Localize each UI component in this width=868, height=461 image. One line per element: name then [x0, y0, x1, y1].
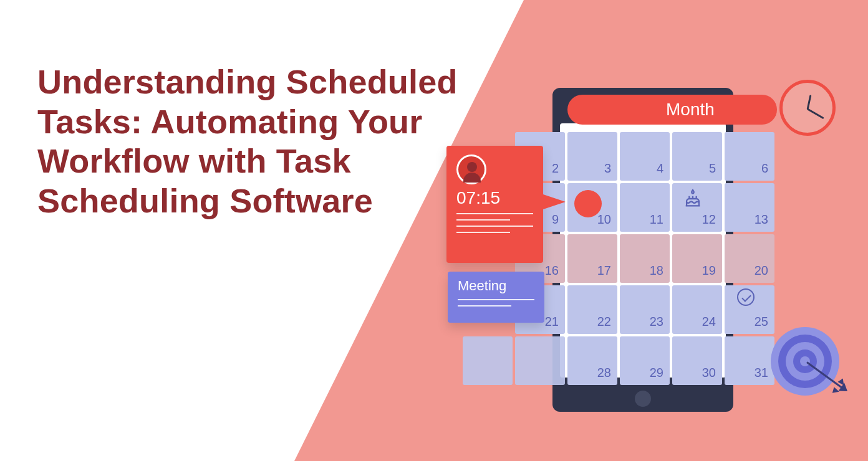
calendar-cell: 13: [725, 183, 774, 232]
calendar-cell: [463, 336, 513, 385]
check-icon: [737, 288, 755, 306]
tablet-home-button: [635, 391, 651, 407]
calendar-cell: 11: [620, 183, 670, 232]
text-line-placeholder: [458, 305, 511, 307]
text-line-placeholder: [456, 213, 533, 214]
calendar-cell: 4: [620, 132, 670, 181]
event-card: 07:15: [446, 146, 543, 263]
target-icon: [771, 327, 839, 396]
avatar-icon: [456, 154, 486, 184]
text-line-placeholder: [456, 232, 510, 233]
text-line-placeholder: [456, 219, 510, 221]
calendar-cell: 6: [725, 132, 774, 181]
meeting-label: Meeting: [458, 278, 534, 294]
calendar-cell: 29: [620, 336, 670, 385]
speech-pointer: [543, 194, 566, 209]
calendar-cell: 5: [672, 132, 722, 181]
text-line-placeholder: [456, 226, 533, 227]
calendar-cell: 18: [620, 234, 670, 283]
event-time: 07:15: [456, 188, 533, 208]
calendar-cell: 30: [672, 336, 722, 385]
calendar-cell: 22: [567, 285, 617, 334]
calendar-cell: 31: [725, 336, 774, 385]
calendar-cell: [515, 336, 565, 385]
calendar-cell: 28: [567, 336, 617, 385]
text-line-placeholder: [458, 299, 534, 300]
month-pill: Month: [567, 95, 777, 125]
month-label: Month: [666, 100, 715, 120]
calendar-cell: 19: [672, 234, 722, 283]
calendar-cell: 24: [672, 285, 722, 334]
event-marker-dot: [574, 190, 602, 217]
clock-icon: [779, 80, 836, 136]
meeting-card: Meeting: [448, 272, 544, 323]
cake-icon: [682, 188, 703, 212]
calendar-cell: 3: [567, 132, 617, 181]
calendar-cell: 17: [567, 234, 617, 283]
calendar-cell: 23: [620, 285, 670, 334]
calendar-cell: 20: [725, 234, 774, 283]
page-title: Understanding Scheduled Tasks: Automatin…: [37, 62, 474, 221]
